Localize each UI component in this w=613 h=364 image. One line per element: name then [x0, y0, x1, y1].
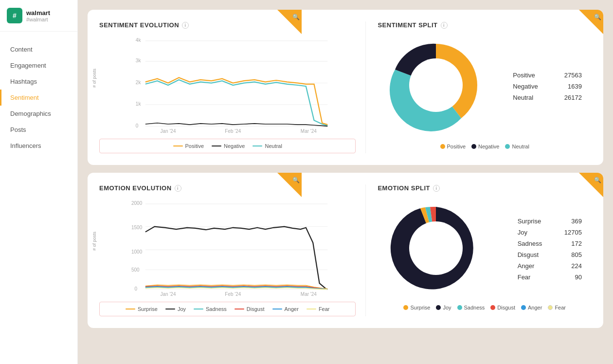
ex-mar: Mar '24 [301, 291, 317, 297]
emotion-right-zoom-icon[interactable]: 🔍 [594, 177, 601, 183]
sadness-dot [457, 305, 462, 310]
sentiment-split-title: SENTIMENT SPLIT i [378, 21, 592, 29]
emotion-split-section: EMOTION SPLIT i [365, 184, 592, 316]
emotion-split-info[interactable]: i [433, 185, 440, 192]
emotion-evolution-chart: # of posts 2000 1500 1000 500 0 Jan '24 [99, 200, 356, 297]
anger-stat: Anger 224 [518, 262, 582, 270]
fear-dot [548, 305, 553, 310]
emotion-legend-disgust: Disgust [234, 306, 265, 312]
fear-legend-line [306, 309, 316, 309]
negative-legend-line [212, 146, 221, 146]
sadness-legend-line [194, 309, 203, 309]
sidebar-item-hashtags[interactable]: Hashtags [0, 73, 77, 90]
emotion-donut-wrapper [387, 200, 485, 299]
emotion-evolution-info[interactable]: i [175, 185, 181, 192]
anger-dot [521, 305, 526, 310]
brand-handle: #walmart [26, 17, 50, 22]
sentiment-evolution-section: SENTIMENT EVOLUTION i # of posts 4k 3k 2… [99, 21, 356, 153]
y-4k: 4k [136, 37, 142, 43]
logo-text: walmart #walmart [26, 9, 50, 22]
brand-name: walmart [26, 9, 50, 17]
positive-stat: Positive 27563 [513, 72, 582, 79]
sidebar-item-engagement[interactable]: Engagement [0, 57, 77, 73]
donut-legend-positive: Positive [440, 144, 466, 149]
sentiment-split-info[interactable]: i [441, 22, 448, 29]
sentiment-donut-area: Positive 27563 Negative 1639 Neutral 261… [378, 36, 592, 136]
emotion-donut-hole [409, 221, 463, 275]
disgust-stat: Disgust 805 [518, 251, 582, 258]
emotion-donut-chart [387, 200, 485, 297]
neutral-stat: Neutral 26172 [513, 94, 582, 101]
anger-legend-line [272, 309, 282, 309]
sentiment-donut-legend: Positive Negative Neutral [378, 144, 592, 149]
emotion-card: 🔍 🔍 EMOTION EVOLUTION i # of posts 2000 … [88, 173, 603, 328]
emotion-evolution-title: EMOTION EVOLUTION i [99, 184, 356, 192]
donut-legend-joy: Joy [436, 305, 451, 310]
donut-legend-sadness: Sadness [457, 305, 485, 310]
fear-stat: Fear 90 [518, 273, 582, 281]
emotion-legend-anger: Anger [272, 306, 299, 312]
negative-line [145, 123, 327, 127]
emotion-legend-joy: Joy [165, 306, 186, 312]
sidebar: # walmart #walmart Content Engagement Ha… [0, 0, 78, 364]
donut-legend-fear: Fear [548, 305, 566, 310]
ey-1000: 1000 [131, 249, 143, 255]
ex-jan: Jan '24 [161, 291, 176, 297]
sidebar-item-sentiment[interactable]: Sentiment [0, 90, 77, 106]
emotion-line-chart: 2000 1500 1000 500 0 Jan '24 Feb '24 Mar… [99, 200, 356, 297]
y-axis-label: # of posts [92, 69, 97, 88]
y-3k: 3k [136, 58, 142, 63]
sentiment-donut-wrapper [387, 36, 485, 136]
sentiment-stats: Positive 27563 Negative 1639 Neutral 261… [513, 72, 582, 101]
disgust-legend-line [234, 309, 244, 309]
emotion-evolution-section: EMOTION EVOLUTION i # of posts 2000 1500… [99, 184, 356, 316]
ey-500: 500 [131, 267, 140, 273]
sidebar-nav: Content Engagement Hashtags Sentiment De… [0, 32, 77, 164]
y-1k: 1k [136, 101, 142, 107]
sentiment-card: 🔍 🔍 SENTIMENT EVOLUTION i # of posts 4k … [88, 10, 603, 165]
sentiment-legend: Positive Negative Neutral [99, 139, 356, 153]
donut-legend-anger: Anger [521, 305, 542, 310]
y-2k: 2k [136, 80, 142, 85]
positive-dot [440, 144, 445, 149]
emotion-legend-fear: Fear [306, 306, 330, 312]
neutral-legend-line [252, 146, 262, 146]
donut-legend-neutral: Neutral [505, 144, 529, 149]
main-content: 🔍 🔍 SENTIMENT EVOLUTION i # of posts 4k … [78, 0, 613, 364]
right-zoom-icon[interactable]: 🔍 [594, 14, 601, 20]
sidebar-item-content[interactable]: Content [0, 41, 77, 57]
left-zoom-icon[interactable]: 🔍 [292, 14, 300, 20]
y-0: 0 [136, 123, 139, 128]
joy-legend-line [165, 309, 175, 309]
emotion-legend-sadness: Sadness [194, 306, 227, 312]
sentiment-evolution-chart: # of posts 4k 3k 2k 1k 0 Jan '24 [99, 36, 356, 134]
sidebar-item-influencers[interactable]: Influencers [0, 138, 77, 154]
neutral-dot [505, 144, 510, 149]
disgust-dot [490, 305, 495, 310]
surprise-legend-line [126, 309, 135, 309]
neutral-line [145, 80, 327, 126]
donut-legend-disgust: Disgust [490, 305, 515, 310]
negative-dot [471, 144, 476, 149]
emotion-donut-area: Surprise 369 Joy 12705 Sadness 172 Disgu… [378, 200, 592, 299]
legend-negative: Negative [212, 143, 245, 149]
donut-legend-surprise: Surprise [403, 305, 430, 310]
emotion-left-zoom-icon[interactable]: 🔍 [292, 177, 300, 183]
emotion-legend: Surprise Joy Sadness Disgust Anger [99, 302, 356, 316]
sidebar-item-demographics[interactable]: Demographics [0, 106, 77, 122]
sentiment-evolution-info[interactable]: i [182, 22, 189, 29]
ey-1500: 1500 [131, 225, 143, 230]
sentiment-split-section: SENTIMENT SPLIT i [365, 21, 592, 153]
sidebar-logo: # walmart #walmart [0, 0, 77, 32]
x-mar: Mar '24 [301, 128, 317, 134]
sentiment-line-chart: 4k 3k 2k 1k 0 Jan '24 Feb '24 Mar '24 [99, 36, 356, 134]
sidebar-item-posts[interactable]: Posts [0, 122, 77, 138]
surprise-dot [403, 305, 408, 310]
x-jan: Jan '24 [161, 128, 176, 134]
positive-legend-line [173, 146, 183, 146]
emotion-donut-legend: Surprise Joy Sadness Disgust Anger [378, 305, 592, 310]
donut-legend-negative: Negative [471, 144, 499, 149]
x-feb: Feb '24 [225, 128, 241, 134]
sentiment-evolution-title: SENTIMENT EVOLUTION i [99, 21, 356, 29]
emotion-legend-surprise: Surprise [126, 306, 158, 312]
